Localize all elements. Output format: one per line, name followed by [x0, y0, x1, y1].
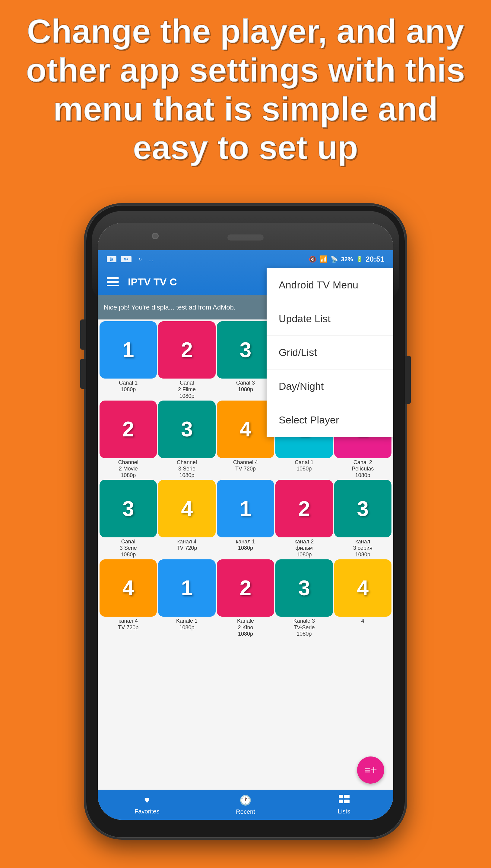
nav-item-lists[interactable]: Lists [295, 789, 393, 820]
mute-icon: 🔇 [309, 255, 316, 263]
list-item[interactable]: 4 4 [334, 559, 392, 638]
channel-thumb: 3 [99, 480, 157, 537]
channel-label: Kanäle 11080p [176, 618, 198, 631]
channel-thumb: 1 [217, 480, 274, 537]
favorites-icon: ♥ [144, 795, 150, 806]
svg-rect-1 [344, 795, 350, 798]
channel-label: Canal 2Películas1080p [352, 459, 374, 479]
status-left-icons: 🖼 G+ ↻ ... [107, 256, 153, 263]
bottom-nav: ♥ Favorites 🕐 Recent [98, 789, 393, 820]
menu-item-grid-list[interactable]: Grid/List [267, 336, 393, 370]
channel-label: 4 [361, 618, 364, 624]
channel-thumb: 1 [99, 321, 157, 378]
list-item[interactable]: 1 канал 11080p [217, 480, 274, 558]
phone-screen: 🖼 G+ ↻ ... 🔇 📶 📡 32% 🔋 20:51 [98, 223, 393, 820]
menu-item-select-player[interactable]: Select Player [267, 403, 393, 437]
channel-thumb: 2 [99, 401, 157, 458]
channel-thumb: 2 [217, 559, 274, 617]
channel-thumb: 3 [334, 480, 392, 537]
channel-thumb: 3 [276, 559, 333, 617]
menu-item-android-tv[interactable]: Android TV Menu [267, 268, 393, 302]
list-item[interactable]: 2 Kanäle2 Kino1080p [217, 559, 274, 638]
volume-down-button [80, 359, 86, 389]
list-item[interactable]: 2 Canal2 Filme1080p [158, 321, 215, 399]
channel-label: Channel2 Movie1080p [118, 459, 139, 479]
app-title: IPTV TV C [128, 276, 177, 288]
channel-thumb: 4 [334, 559, 392, 617]
volume-up-button [80, 319, 86, 350]
notch [98, 223, 393, 250]
channel-label: канал 11080p [236, 538, 255, 552]
channel-thumb: 1 [158, 559, 215, 617]
menu-item-update-list[interactable]: Update List [267, 302, 393, 336]
channel-thumb: 4 [217, 401, 274, 458]
list-item[interactable]: 4 Channel 4TV 720p [217, 401, 274, 478]
google-plus-icon: G+ [121, 256, 132, 262]
wifi-icon: 📶 [319, 255, 327, 263]
ad-text: Nice job! You're displa... test ad from … [104, 304, 235, 311]
clock: 20:51 [366, 255, 384, 264]
channel-thumb: 2 [158, 321, 215, 378]
status-bar: 🖼 G+ ↻ ... 🔇 📶 📡 32% 🔋 20:51 [98, 250, 393, 268]
channel-thumb: 4 [99, 559, 157, 617]
channel-label: Canal2 Filme1080p [178, 380, 196, 399]
hero-text: Change the player, and any other app set… [12, 12, 479, 167]
channel-thumb: 3 [158, 401, 215, 458]
channel-label: Channel3 Serie1080p [177, 459, 197, 479]
channel-label: Canal 11080p [119, 380, 138, 393]
channel-label: канал3 серия1080p [353, 538, 373, 558]
channel-thumb: 4 [158, 480, 215, 537]
list-item[interactable]: 3 Canal3 Serie1080p [99, 480, 157, 558]
channel-label: Canal 11080p [295, 459, 313, 472]
notification-icon: 🖼 [107, 256, 116, 262]
svg-rect-2 [339, 800, 343, 803]
more-icons: ... [148, 256, 153, 263]
channel-label: канал 4TV 720p [118, 618, 139, 631]
channel-label: канал 2фильм1080p [295, 538, 314, 558]
list-item[interactable]: 2 Channel2 Movie1080p [99, 401, 157, 478]
nav-item-favorites[interactable]: ♥ Favorites [98, 789, 196, 820]
phone-body: 🖼 G+ ↻ ... 🔇 📶 📡 32% 🔋 20:51 [86, 205, 405, 838]
dropdown-menu: Android TV Menu Update List Grid/List Da… [267, 268, 393, 437]
list-item[interactable]: 4 канал 4TV 720p [158, 480, 215, 558]
channel-thumb: 3 [217, 321, 274, 378]
list-item[interactable]: 3 Canal 31080p [217, 321, 274, 399]
speaker-icon [227, 235, 264, 241]
lists-icon [339, 795, 350, 806]
channel-thumb: 2 [276, 480, 333, 537]
fab-icon: ≡+ [364, 764, 377, 776]
battery-percent: 32% [341, 256, 353, 263]
menu-item-day-night[interactable]: Day/Night [267, 370, 393, 403]
channel-label: канал 4TV 720p [177, 538, 197, 552]
list-item[interactable]: 3 канал3 серия1080p [334, 480, 392, 558]
nav-label-recent: Recent [236, 808, 255, 815]
signal-icon: 📡 [330, 255, 338, 263]
list-item[interactable]: 3 Kanäle 3TV-Serie1080p [276, 559, 333, 638]
channel-label: Kanäle2 Kino1080p [237, 618, 254, 638]
list-item[interactable]: 3 Channel3 Serie1080p [158, 401, 215, 478]
channel-label: Kanäle 3TV-Serie1080p [293, 618, 315, 638]
channel-label: Canal 31080p [236, 380, 255, 393]
list-item[interactable]: 4 канал 4TV 720p [99, 559, 157, 638]
camera-icon [152, 233, 158, 239]
svg-rect-3 [344, 800, 350, 803]
list-item[interactable]: 1 Kanäle 11080p [158, 559, 215, 638]
hamburger-menu-icon[interactable] [107, 277, 119, 286]
svg-rect-0 [339, 795, 343, 798]
list-item[interactable]: 1 Canal 11080p [99, 321, 157, 399]
channel-label: Canal3 Serie1080p [120, 538, 137, 558]
fab-add-button[interactable]: ≡+ [357, 756, 384, 784]
recent-icon: 🕐 [239, 795, 252, 806]
nav-item-recent[interactable]: 🕐 Recent [196, 789, 295, 820]
nav-label-favorites: Favorites [135, 808, 159, 815]
battery-icon: 🔋 [356, 256, 363, 262]
status-right-info: 🔇 📶 📡 32% 🔋 20:51 [309, 255, 384, 264]
sync-icon: ↻ [136, 256, 144, 262]
nav-label-lists: Lists [338, 808, 350, 815]
phone-mockup: 🖼 G+ ↻ ... 🔇 📶 📡 32% 🔋 20:51 [86, 205, 405, 838]
channel-label: Channel 4TV 720p [233, 459, 258, 472]
list-item[interactable]: 2 канал 2фильм1080p [276, 480, 333, 558]
